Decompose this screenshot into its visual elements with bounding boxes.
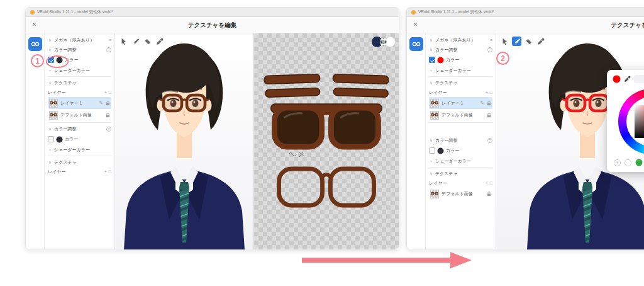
- pencil-icon[interactable]: ✎: [480, 101, 484, 106]
- glasses-icon: [412, 42, 421, 47]
- step-1-annotation: 1: [31, 54, 44, 67]
- vroid-window-before: VRoid Studio 1.11.1 - model 男性体.vroid* ×…: [25, 7, 399, 249]
- help-icon[interactable]: ?: [106, 47, 111, 52]
- eraser-tool-button[interactable]: [143, 37, 152, 46]
- chevron-right-icon: >: [429, 159, 433, 163]
- vroid-window-after: VRoid Studio 1.11.1 - model 男性体.vroid* ×…: [406, 7, 644, 249]
- step-number: 2: [501, 54, 505, 63]
- layers-label: レイヤー: [429, 89, 447, 96]
- chevron-down-icon: ∨: [429, 81, 433, 85]
- saturation-value-square[interactable]: [635, 105, 644, 138]
- left-tool-strip: [407, 33, 426, 249]
- symmetry-toggle-button[interactable]: [385, 37, 396, 47]
- step-2-annotation: 2: [496, 52, 509, 65]
- layer-panel-icon[interactable]: □: [109, 169, 111, 174]
- hex-color-input[interactable]: [634, 75, 644, 83]
- help-icon[interactable]: ?: [487, 47, 492, 52]
- filter-icon[interactable]: ≡: [109, 38, 111, 42]
- chevron-down-icon: ∨: [48, 38, 52, 42]
- layer-name: デフォルト画像: [441, 112, 473, 118]
- layer-row-layer1[interactable]: レイヤー 1 ✎: [48, 97, 111, 109]
- texture-header-2[interactable]: ∨ テクスチャ: [429, 169, 492, 178]
- add-layer-button[interactable]: +: [486, 90, 488, 94]
- eraser-tool-button[interactable]: [524, 37, 533, 46]
- color-adjust-header[interactable]: ∨ カラー調整 ?: [429, 45, 492, 54]
- texture-canvas[interactable]: [253, 33, 399, 249]
- section-label: カラー調整: [54, 126, 76, 132]
- brush-tool-button[interactable]: [512, 37, 521, 46]
- cursor-tool-button[interactable]: [119, 37, 128, 46]
- step-1-highlight-ellipse: [46, 55, 69, 68]
- green-swatch[interactable]: [635, 159, 643, 166]
- color-label: カラー: [446, 57, 459, 63]
- add-layer-button[interactable]: +: [104, 90, 107, 94]
- brush-tool-button[interactable]: [131, 37, 140, 46]
- texture-header[interactable]: ∨ テクスチャ: [429, 78, 492, 88]
- help-icon[interactable]: ?: [106, 127, 111, 132]
- shader-color-row-2[interactable]: > シェーダーカラー: [48, 145, 111, 154]
- cursor-tool-button[interactable]: [500, 37, 509, 46]
- color-wheel[interactable]: [618, 89, 644, 154]
- help-icon[interactable]: ?: [487, 138, 492, 143]
- color-adjust-header[interactable]: ∨ カラー調整 ?: [48, 45, 111, 54]
- divider: [48, 156, 111, 156]
- color-row-2: カラー: [429, 145, 492, 156]
- glasses-item-button[interactable]: [28, 37, 42, 51]
- color-enabled-checkbox[interactable]: [48, 136, 54, 142]
- layer-row-layer1[interactable]: レイヤー 1 ✎: [429, 97, 492, 109]
- add-swatch-button[interactable]: +: [614, 159, 621, 166]
- texture-label: テクスチャ: [435, 171, 458, 177]
- chevron-right-icon: >: [48, 148, 52, 152]
- glasses-item-button[interactable]: [409, 37, 423, 51]
- lock-icon: [106, 101, 110, 106]
- layer-row-default-image[interactable]: デフォルト画像: [429, 109, 492, 121]
- eyedropper-tool-button[interactable]: [155, 37, 164, 46]
- material-header[interactable]: ∨ メガネ（厚みあり） ≡: [48, 35, 111, 45]
- color-row-2: カラー: [48, 134, 111, 145]
- paint-toolbar: [500, 37, 545, 46]
- eyedropper-icon[interactable]: [624, 76, 631, 83]
- shader-color-row-2[interactable]: > シェーダーカラー: [429, 156, 492, 166]
- add-layer-button[interactable]: +: [486, 181, 488, 185]
- filter-icon[interactable]: ≡: [490, 38, 492, 42]
- empty-swatch[interactable]: [625, 159, 631, 166]
- add-layer-button[interactable]: +: [104, 169, 107, 174]
- texture-header-2[interactable]: ∨ テクスチャ: [48, 157, 111, 167]
- shader-color-row[interactable]: > シェーダーカラー: [429, 66, 492, 75]
- pencil-icon[interactable]: ✎: [99, 101, 103, 106]
- layer-name: レイヤー 1: [441, 100, 463, 106]
- titlebar[interactable]: VRoid Studio 1.11.1 - model 男性体.vroid*: [407, 8, 644, 17]
- layers-header: レイヤー + □: [48, 88, 111, 97]
- layer-row-default-image-2[interactable]: デフォルト画像: [429, 188, 492, 200]
- lock-icon: [487, 101, 491, 106]
- chevron-down-icon: ∨: [48, 127, 52, 131]
- color-adjust-header-2[interactable]: ∨ カラー調整 ?: [48, 124, 111, 134]
- titlebar[interactable]: VRoid Studio 1.11.1 - model 男性体.vroid*: [26, 8, 399, 17]
- color-swatch[interactable]: [437, 57, 444, 64]
- layers-header-2: レイヤー + □: [48, 167, 111, 176]
- material-header[interactable]: ∨ メガネ（厚みあり） ≡: [429, 35, 492, 45]
- color-adjust-header-2[interactable]: ∨ カラー調整 ?: [429, 135, 492, 145]
- texture-label: テクスチャ: [54, 80, 77, 86]
- model-preview-viewport[interactable]: +: [496, 33, 644, 249]
- shader-color-label: シェーダーカラー: [435, 67, 471, 74]
- properties-sidebar: ∨ メガネ（厚みあり） ≡ ∨ カラー調整 ? カラー > シェーダーカラー: [426, 33, 496, 249]
- color-swatch[interactable]: [56, 136, 63, 143]
- color-enabled-checkbox[interactable]: [429, 57, 435, 63]
- layers-header-2: レイヤー + □: [429, 178, 492, 188]
- texture-header[interactable]: ∨ テクスチャ: [48, 78, 111, 88]
- color-enabled-checkbox[interactable]: [429, 147, 435, 154]
- current-color-swatch: [613, 75, 621, 83]
- eyedropper-tool-button[interactable]: [536, 37, 545, 46]
- app-icon: [30, 10, 35, 14]
- layer-panel-icon[interactable]: □: [490, 90, 492, 94]
- color-swatch[interactable]: [437, 147, 444, 154]
- section-label: カラー調整: [54, 47, 76, 53]
- chevron-down-icon: ∨: [429, 47, 433, 52]
- layer-row-default-image[interactable]: デフォルト画像: [48, 109, 111, 121]
- layer-panel-icon[interactable]: □: [109, 90, 111, 94]
- divider: [429, 167, 492, 168]
- layer-panel-icon[interactable]: □: [490, 181, 492, 185]
- model-preview-viewport[interactable]: [115, 33, 253, 249]
- divider: [48, 122, 111, 123]
